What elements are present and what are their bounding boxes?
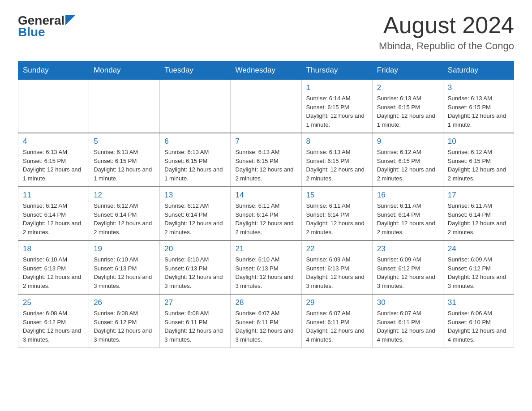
table-row: 28Sunrise: 6:07 AMSunset: 6:11 PMDayligh… bbox=[231, 294, 301, 348]
day-number: 1 bbox=[306, 83, 368, 92]
day-number: 10 bbox=[448, 137, 509, 146]
table-row: 12Sunrise: 6:12 AMSunset: 6:14 PMDayligh… bbox=[89, 187, 160, 240]
day-info: Sunrise: 6:07 AMSunset: 6:11 PMDaylight:… bbox=[377, 309, 438, 344]
day-number: 14 bbox=[235, 191, 296, 200]
table-row: 16Sunrise: 6:11 AMSunset: 6:14 PMDayligh… bbox=[372, 187, 443, 240]
table-row: 11Sunrise: 6:12 AMSunset: 6:14 PMDayligh… bbox=[18, 187, 89, 240]
table-row: 2Sunrise: 6:13 AMSunset: 6:15 PMDaylight… bbox=[372, 80, 443, 133]
day-number: 16 bbox=[377, 191, 438, 200]
day-info: Sunrise: 6:10 AMSunset: 6:13 PMDaylight:… bbox=[235, 255, 296, 290]
day-info: Sunrise: 6:11 AMSunset: 6:14 PMDaylight:… bbox=[448, 201, 509, 236]
calendar-table: Sunday Monday Tuesday Wednesday Thursday… bbox=[18, 61, 514, 348]
week-row-2: 4Sunrise: 6:13 AMSunset: 6:15 PMDaylight… bbox=[18, 133, 514, 187]
page-header: General Blue August 2024 Mbinda, Republi… bbox=[18, 13, 514, 52]
table-row: 22Sunrise: 6:09 AMSunset: 6:13 PMDayligh… bbox=[301, 240, 372, 294]
day-number: 29 bbox=[306, 298, 368, 307]
day-info: Sunrise: 6:09 AMSunset: 6:12 PMDaylight:… bbox=[377, 255, 438, 290]
logo-triangle-icon bbox=[65, 15, 75, 25]
table-row bbox=[231, 80, 301, 133]
table-row: 31Sunrise: 6:06 AMSunset: 6:10 PMDayligh… bbox=[443, 294, 514, 348]
table-row: 9Sunrise: 6:12 AMSunset: 6:15 PMDaylight… bbox=[372, 133, 443, 187]
day-number: 24 bbox=[448, 244, 509, 253]
header-row: Sunday Monday Tuesday Wednesday Thursday… bbox=[18, 61, 514, 80]
day-number: 15 bbox=[306, 191, 368, 200]
day-number: 11 bbox=[23, 191, 84, 200]
day-info: Sunrise: 6:13 AMSunset: 6:15 PMDaylight:… bbox=[306, 148, 368, 183]
day-number: 21 bbox=[235, 244, 296, 253]
table-row: 20Sunrise: 6:10 AMSunset: 6:13 PMDayligh… bbox=[160, 240, 231, 294]
day-info: Sunrise: 6:10 AMSunset: 6:13 PMDaylight:… bbox=[94, 255, 155, 290]
day-info: Sunrise: 6:12 AMSunset: 6:14 PMDaylight:… bbox=[94, 201, 155, 236]
day-info: Sunrise: 6:07 AMSunset: 6:11 PMDaylight:… bbox=[306, 309, 368, 344]
day-info: Sunrise: 6:13 AMSunset: 6:15 PMDaylight:… bbox=[94, 148, 155, 183]
day-number: 19 bbox=[94, 244, 155, 253]
day-info: Sunrise: 6:11 AMSunset: 6:14 PMDaylight:… bbox=[306, 201, 368, 236]
day-info: Sunrise: 6:13 AMSunset: 6:15 PMDaylight:… bbox=[235, 148, 296, 183]
table-row: 14Sunrise: 6:11 AMSunset: 6:14 PMDayligh… bbox=[231, 187, 301, 240]
table-row: 18Sunrise: 6:10 AMSunset: 6:13 PMDayligh… bbox=[18, 240, 89, 294]
day-number: 6 bbox=[164, 137, 226, 146]
table-row bbox=[89, 80, 160, 133]
day-info: Sunrise: 6:10 AMSunset: 6:13 PMDaylight:… bbox=[164, 255, 226, 290]
table-row: 21Sunrise: 6:10 AMSunset: 6:13 PMDayligh… bbox=[231, 240, 301, 294]
day-number: 27 bbox=[164, 298, 226, 307]
table-row: 25Sunrise: 6:08 AMSunset: 6:12 PMDayligh… bbox=[18, 294, 89, 348]
day-number: 13 bbox=[164, 191, 226, 200]
table-row: 24Sunrise: 6:09 AMSunset: 6:12 PMDayligh… bbox=[443, 240, 514, 294]
title-section: August 2024 Mbinda, Republic of the Cong… bbox=[379, 13, 514, 52]
week-row-5: 25Sunrise: 6:08 AMSunset: 6:12 PMDayligh… bbox=[18, 294, 514, 348]
table-row: 3Sunrise: 6:13 AMSunset: 6:15 PMDaylight… bbox=[443, 80, 514, 133]
day-number: 20 bbox=[164, 244, 226, 253]
location-title: Mbinda, Republic of the Congo bbox=[379, 40, 514, 52]
day-info: Sunrise: 6:13 AMSunset: 6:15 PMDaylight:… bbox=[377, 94, 438, 129]
table-row: 6Sunrise: 6:13 AMSunset: 6:15 PMDaylight… bbox=[160, 133, 231, 187]
day-info: Sunrise: 6:12 AMSunset: 6:15 PMDaylight:… bbox=[377, 148, 438, 183]
day-info: Sunrise: 6:12 AMSunset: 6:14 PMDaylight:… bbox=[164, 201, 226, 236]
table-row: 29Sunrise: 6:07 AMSunset: 6:11 PMDayligh… bbox=[301, 294, 372, 348]
table-row: 30Sunrise: 6:07 AMSunset: 6:11 PMDayligh… bbox=[372, 294, 443, 348]
day-number: 8 bbox=[306, 137, 368, 146]
day-number: 9 bbox=[377, 137, 438, 146]
col-sunday: Sunday bbox=[18, 61, 89, 80]
col-friday: Friday bbox=[372, 61, 443, 80]
table-row: 17Sunrise: 6:11 AMSunset: 6:14 PMDayligh… bbox=[443, 187, 514, 240]
col-tuesday: Tuesday bbox=[160, 61, 231, 80]
day-info: Sunrise: 6:11 AMSunset: 6:14 PMDaylight:… bbox=[377, 201, 438, 236]
table-row: 1Sunrise: 6:14 AMSunset: 6:15 PMDaylight… bbox=[301, 80, 372, 133]
col-wednesday: Wednesday bbox=[231, 61, 301, 80]
day-number: 12 bbox=[94, 191, 155, 200]
table-row: 27Sunrise: 6:08 AMSunset: 6:11 PMDayligh… bbox=[160, 294, 231, 348]
day-info: Sunrise: 6:08 AMSunset: 6:12 PMDaylight:… bbox=[94, 309, 155, 344]
day-number: 25 bbox=[23, 298, 84, 307]
day-info: Sunrise: 6:07 AMSunset: 6:11 PMDaylight:… bbox=[235, 309, 296, 344]
table-row: 15Sunrise: 6:11 AMSunset: 6:14 PMDayligh… bbox=[301, 187, 372, 240]
svg-marker-0 bbox=[65, 15, 75, 25]
month-title: August 2024 bbox=[379, 13, 514, 37]
table-row: 13Sunrise: 6:12 AMSunset: 6:14 PMDayligh… bbox=[160, 187, 231, 240]
table-row: 10Sunrise: 6:12 AMSunset: 6:15 PMDayligh… bbox=[443, 133, 514, 187]
day-number: 23 bbox=[377, 244, 438, 253]
day-info: Sunrise: 6:12 AMSunset: 6:14 PMDaylight:… bbox=[23, 201, 84, 236]
day-info: Sunrise: 6:11 AMSunset: 6:14 PMDaylight:… bbox=[235, 201, 296, 236]
day-info: Sunrise: 6:13 AMSunset: 6:15 PMDaylight:… bbox=[23, 148, 84, 183]
day-number: 7 bbox=[235, 137, 296, 146]
day-info: Sunrise: 6:08 AMSunset: 6:12 PMDaylight:… bbox=[23, 309, 84, 344]
day-number: 28 bbox=[235, 298, 296, 307]
day-number: 3 bbox=[448, 83, 509, 92]
table-row: 26Sunrise: 6:08 AMSunset: 6:12 PMDayligh… bbox=[89, 294, 160, 348]
day-info: Sunrise: 6:06 AMSunset: 6:10 PMDaylight:… bbox=[448, 309, 509, 344]
table-row: 5Sunrise: 6:13 AMSunset: 6:15 PMDaylight… bbox=[89, 133, 160, 187]
day-number: 30 bbox=[377, 298, 438, 307]
day-info: Sunrise: 6:12 AMSunset: 6:15 PMDaylight:… bbox=[448, 148, 509, 183]
week-row-4: 18Sunrise: 6:10 AMSunset: 6:13 PMDayligh… bbox=[18, 240, 514, 294]
col-monday: Monday bbox=[89, 61, 160, 80]
day-number: 5 bbox=[94, 137, 155, 146]
table-row: 23Sunrise: 6:09 AMSunset: 6:12 PMDayligh… bbox=[372, 240, 443, 294]
day-number: 2 bbox=[377, 83, 438, 92]
table-row: 7Sunrise: 6:13 AMSunset: 6:15 PMDaylight… bbox=[231, 133, 301, 187]
table-row: 19Sunrise: 6:10 AMSunset: 6:13 PMDayligh… bbox=[89, 240, 160, 294]
day-number: 18 bbox=[23, 244, 84, 253]
day-info: Sunrise: 6:10 AMSunset: 6:13 PMDaylight:… bbox=[23, 255, 84, 290]
table-row: 8Sunrise: 6:13 AMSunset: 6:15 PMDaylight… bbox=[301, 133, 372, 187]
table-row bbox=[160, 80, 231, 133]
